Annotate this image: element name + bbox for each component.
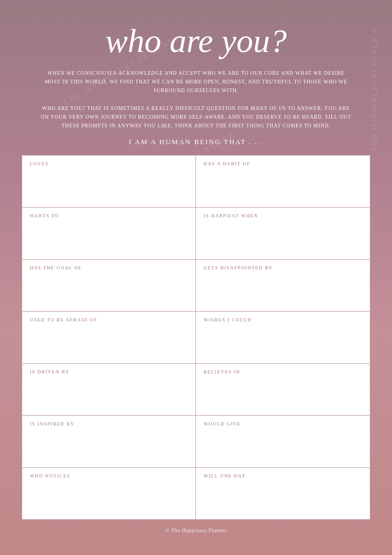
cell-label-has-habit: HAS A HABIT OF: [204, 161, 250, 166]
cell-label-used-to-be-afraid: USED TO BE AFRAID OF: [30, 317, 97, 322]
cell-wants-to[interactable]: WANTS TO: [22, 208, 196, 259]
cell-label-has-goal: HAS THE GOAL OF: [30, 265, 82, 270]
cell-content-has-habit: [204, 170, 362, 203]
cell-believes-in[interactable]: BELIEVES IN: [196, 364, 370, 415]
cell-has-goal[interactable]: HAS THE GOAL OF: [22, 260, 196, 311]
grid-row: IS INSPIRED BY WOULD GIVE: [22, 416, 370, 468]
cell-loves[interactable]: LOVES: [22, 156, 196, 207]
grid: LOVES HAS A HABIT OF WANTS TO IS HAPPIES…: [22, 156, 370, 519]
subtitle2: WHO ARE YOU? THAT IS SOMETIMES A REALLY …: [39, 104, 353, 130]
cell-label-inspired-by: IS INSPIRED BY: [30, 421, 75, 427]
grid-row: USED TO BE AFRAID OF WISHES I COULD: [22, 312, 370, 364]
cell-inspired-by[interactable]: IS INSPIRED BY: [22, 416, 196, 467]
cell-content-who-notices: [30, 482, 188, 515]
cell-would-give[interactable]: WOULD GIVE: [196, 416, 370, 467]
cell-content-has-goal: [30, 274, 188, 307]
cell-label-wishes-could: WISHES I COULD: [204, 317, 252, 322]
cell-label-will-one-day: WILL ONE DAY: [204, 473, 246, 479]
cell-will-one-day[interactable]: WILL ONE DAY: [196, 468, 370, 519]
cell-wishes-could[interactable]: WISHES I COULD: [196, 312, 370, 363]
cell-content-believes-in: [204, 378, 362, 411]
cell-content-would-give: [204, 430, 362, 463]
subtitle-block: WHEN WE CONSCIOUSLY ACKNOWLEDGE AND ACCE…: [39, 69, 353, 130]
grid-row: WHO NOTICES WILL ONE DAY: [22, 468, 370, 519]
cell-happiest-when[interactable]: IS HAPPIEST WHEN: [196, 208, 370, 259]
cell-label-happiest-when: IS HAPPIEST WHEN: [204, 213, 258, 218]
cell-content-inspired-by: [30, 430, 188, 463]
section-label: I AM A HUMAN BEING THAT . . .: [129, 138, 263, 146]
cell-driven-by[interactable]: IS DRIVEN BY: [22, 364, 196, 415]
cell-used-to-be-afraid[interactable]: USED TO BE AFRAID OF: [22, 312, 196, 363]
cell-who-notices[interactable]: WHO NOTICES: [22, 468, 196, 519]
cell-content-used-to-be-afraid: [30, 326, 188, 359]
page-title: who are you?: [105, 22, 286, 60]
subtitle1: WHEN WE CONSCIOUSLY ACKNOWLEDGE AND ACCE…: [39, 69, 353, 95]
cell-content-loves: [30, 170, 188, 203]
grid-row: WANTS TO IS HAPPIEST WHEN: [22, 208, 370, 260]
cell-label-driven-by: IS DRIVEN BY: [30, 369, 70, 375]
cell-label-gets-disappointed: GETS DISAPPOINTED BY: [204, 265, 273, 270]
cell-content-wishes-could: [204, 326, 362, 359]
cell-label-loves: LOVES: [30, 161, 49, 166]
cell-label-wants-to: WANTS TO: [30, 213, 59, 218]
cell-label-believes-in: BELIEVES IN: [204, 369, 240, 375]
cell-content-gets-disappointed: [204, 274, 362, 307]
footer: © The Happiness Planner: [165, 527, 227, 533]
cell-label-would-give: WOULD GIVE: [204, 421, 241, 427]
cell-gets-disappointed[interactable]: GETS DISAPPOINTED BY: [196, 260, 370, 311]
grid-row: LOVES HAS A HABIT OF: [22, 156, 370, 208]
cell-content-wants-to: [30, 222, 188, 255]
cell-content-driven-by: [30, 378, 188, 411]
grid-container: LOVES HAS A HABIT OF WANTS TO IS HAPPIES…: [22, 155, 370, 520]
grid-row: IS DRIVEN BY BELIEVES IN: [22, 364, 370, 416]
cell-has-habit[interactable]: HAS A HABIT OF: [196, 156, 370, 207]
cell-label-who-notices: WHO NOTICES: [30, 473, 70, 479]
cell-content-will-one-day: [204, 482, 362, 515]
grid-row: HAS THE GOAL OF GETS DISAPPOINTED BY: [22, 260, 370, 312]
cell-content-happiest-when: [204, 222, 362, 255]
